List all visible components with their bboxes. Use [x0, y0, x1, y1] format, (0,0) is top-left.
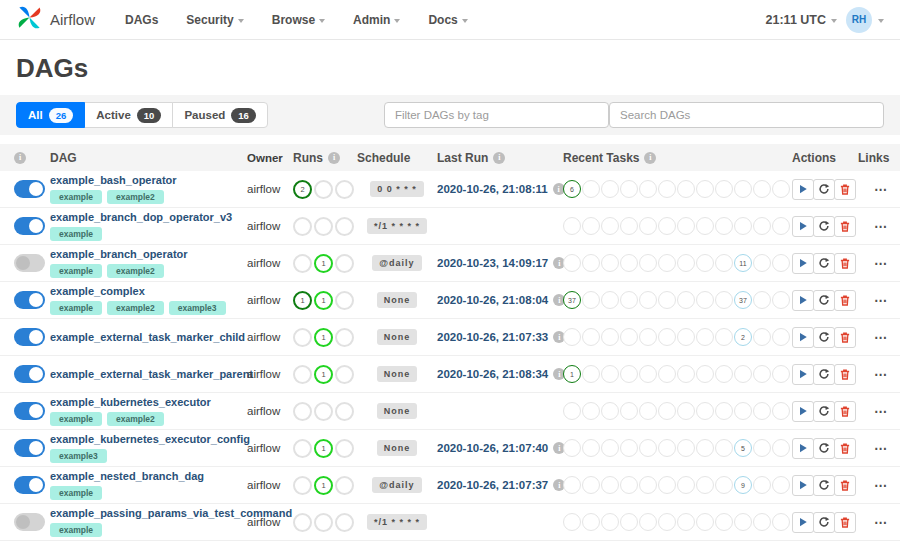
dag-tag[interactable]: example	[50, 190, 102, 204]
filter-tab-active[interactable]: Active10	[84, 102, 173, 128]
recent-task-circle[interactable]	[772, 476, 790, 494]
trigger-dag-button[interactable]	[792, 290, 814, 311]
dag-tag[interactable]: example	[50, 227, 102, 241]
recent-task-circle[interactable]: 37	[563, 291, 581, 309]
refresh-dag-button[interactable]	[813, 438, 835, 459]
recent-task-circle[interactable]	[601, 476, 619, 494]
dag-pause-toggle[interactable]	[14, 217, 45, 235]
dag-tag[interactable]: example	[50, 523, 102, 537]
recent-task-circle[interactable]	[772, 254, 790, 272]
recent-task-circle[interactable]	[696, 439, 714, 457]
recent-task-circle[interactable]	[715, 439, 733, 457]
delete-dag-button[interactable]	[834, 216, 856, 237]
run-status-circle[interactable]	[335, 254, 354, 273]
recent-task-circle[interactable]	[639, 254, 657, 272]
recent-task-circle[interactable]	[753, 513, 771, 531]
run-status-circle[interactable]	[293, 402, 312, 421]
links-menu-button[interactable]: ⋯	[874, 296, 888, 306]
dag-link[interactable]: example_complex	[50, 285, 247, 298]
links-menu-button[interactable]: ⋯	[874, 407, 888, 417]
refresh-dag-button[interactable]	[813, 179, 835, 200]
search-dags-input[interactable]	[609, 102, 884, 128]
last-run-link[interactable]: 2020-10-26, 21:08:04	[437, 294, 548, 306]
last-run-link[interactable]: 2020-10-26, 21:08:11	[437, 183, 548, 195]
delete-dag-button[interactable]	[834, 179, 856, 200]
recent-task-circle[interactable]	[601, 291, 619, 309]
dag-tag[interactable]: example	[50, 412, 102, 426]
recent-task-circle[interactable]	[715, 328, 733, 346]
recent-task-circle[interactable]	[563, 402, 581, 420]
run-status-circle[interactable]: 1	[314, 254, 333, 273]
trigger-dag-button[interactable]	[792, 401, 814, 422]
recent-task-circle[interactable]	[620, 476, 638, 494]
dag-tag[interactable]: example	[50, 264, 102, 278]
recent-task-circle[interactable]	[734, 365, 752, 383]
links-menu-button[interactable]: ⋯	[874, 259, 888, 269]
column-header-last-run[interactable]: Last Run	[437, 151, 488, 165]
run-status-circle[interactable]	[335, 402, 354, 421]
schedule-badge[interactable]: None	[377, 403, 418, 419]
run-status-circle[interactable]: 1	[293, 291, 312, 310]
recent-task-circle[interactable]	[677, 217, 695, 235]
recent-task-circle[interactable]	[620, 439, 638, 457]
dag-pause-toggle[interactable]	[14, 254, 45, 272]
dag-tag[interactable]: example3	[50, 449, 107, 463]
schedule-badge[interactable]: None	[377, 292, 418, 308]
recent-task-circle[interactable]	[715, 291, 733, 309]
column-header-schedule[interactable]: Schedule	[357, 151, 410, 165]
run-status-circle[interactable]	[335, 180, 354, 199]
dag-link[interactable]: example_kubernetes_executor	[50, 396, 247, 409]
recent-task-circle[interactable]	[677, 254, 695, 272]
recent-task-circle[interactable]	[696, 513, 714, 531]
recent-task-circle[interactable]	[677, 476, 695, 494]
recent-task-circle[interactable]	[696, 402, 714, 420]
run-status-circle[interactable]	[314, 180, 333, 199]
dag-pause-toggle[interactable]	[14, 476, 45, 494]
schedule-badge[interactable]: @daily	[372, 255, 421, 271]
last-run-link[interactable]: 2020-10-23, 14:09:17	[437, 257, 548, 269]
recent-task-circle[interactable]	[639, 402, 657, 420]
links-menu-button[interactable]: ⋯	[874, 370, 888, 380]
recent-task-circle[interactable]	[639, 217, 657, 235]
dag-link[interactable]: example_bash_operator	[50, 174, 247, 187]
trigger-dag-button[interactable]	[792, 327, 814, 348]
recent-task-circle[interactable]	[734, 402, 752, 420]
dag-tag[interactable]: example3	[169, 301, 226, 315]
trigger-dag-button[interactable]	[792, 475, 814, 496]
delete-dag-button[interactable]	[834, 438, 856, 459]
recent-task-circle[interactable]	[772, 291, 790, 309]
recent-task-circle[interactable]	[753, 180, 771, 198]
recent-task-circle[interactable]	[582, 291, 600, 309]
recent-task-circle[interactable]	[715, 513, 733, 531]
column-header-dag[interactable]: DAG	[50, 151, 77, 165]
trigger-dag-button[interactable]	[792, 364, 814, 385]
dag-pause-toggle[interactable]	[14, 328, 45, 346]
last-run-link[interactable]: 2020-10-26, 21:07:40	[437, 442, 548, 454]
recent-task-circle[interactable]	[620, 365, 638, 383]
recent-task-circle[interactable]	[772, 439, 790, 457]
recent-task-circle[interactable]	[639, 365, 657, 383]
run-status-circle[interactable]: 1	[314, 291, 333, 310]
dag-pause-toggle[interactable]	[14, 513, 45, 531]
recent-task-circle[interactable]	[658, 291, 676, 309]
recent-task-circle[interactable]	[601, 513, 619, 531]
recent-task-circle[interactable]	[620, 254, 638, 272]
run-status-circle[interactable]: 1	[314, 365, 333, 384]
recent-task-circle[interactable]: 1	[563, 365, 581, 383]
recent-task-circle[interactable]	[715, 402, 733, 420]
dag-link[interactable]: example_branch_operator	[50, 248, 247, 261]
dag-pause-toggle[interactable]	[14, 402, 45, 420]
run-status-circle[interactable]	[293, 476, 312, 495]
recent-task-circle[interactable]	[677, 402, 695, 420]
info-icon[interactable]: i	[14, 152, 26, 164]
delete-dag-button[interactable]	[834, 475, 856, 496]
links-menu-button[interactable]: ⋯	[874, 222, 888, 232]
recent-task-circle[interactable]	[734, 217, 752, 235]
last-run-link[interactable]: 2020-10-26, 21:07:33	[437, 331, 548, 343]
trigger-dag-button[interactable]	[792, 512, 814, 533]
column-header-runs[interactable]: Runs	[293, 151, 323, 165]
column-header-owner[interactable]: Owner	[247, 152, 283, 164]
delete-dag-button[interactable]	[834, 253, 856, 274]
refresh-dag-button[interactable]	[813, 364, 835, 385]
recent-task-circle[interactable]	[658, 513, 676, 531]
